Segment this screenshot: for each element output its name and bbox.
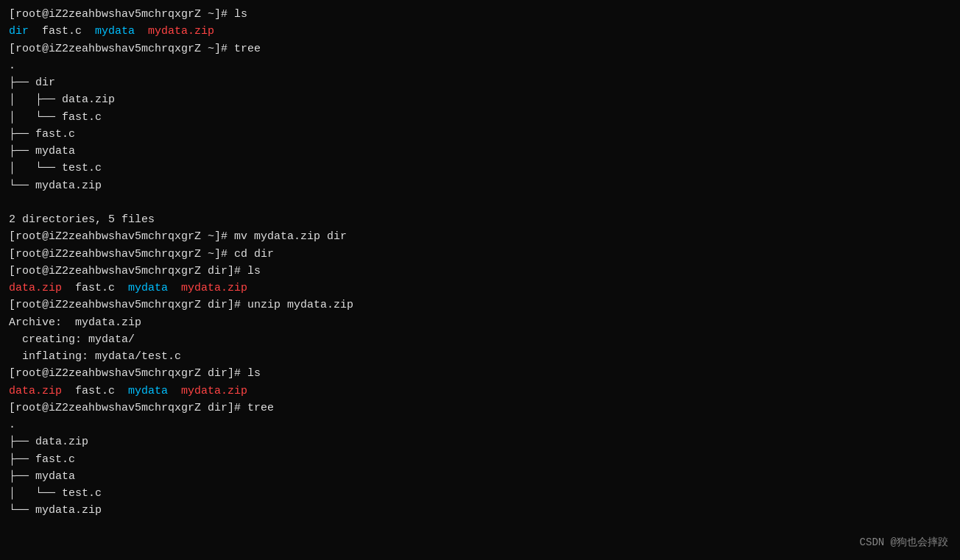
- cmd-ls-dir: [root@iZ2zeahbwshav5mchrqxgrZ dir]# ls: [9, 263, 951, 280]
- tree-line-mydatazip1: └── mydata.zip: [9, 177, 951, 194]
- tree-root-2: .: [9, 417, 951, 433]
- tree-line-dir: ├── dir: [9, 74, 951, 91]
- tree-line-testc1: │ └── test.c: [9, 160, 951, 177]
- ls-output-2: data.zip fast.c mydata mydata.zip: [9, 280, 951, 297]
- tree-line-datazip: │ ├── data.zip: [9, 91, 951, 108]
- cmd-line-3: [root@iZ2zeahbwshav5mchrqxgrZ ~]# tree: [9, 40, 951, 57]
- cmd-cd: [root@iZ2zeahbwshav5mchrqxgrZ ~]# cd dir: [9, 246, 951, 263]
- dir-summary-1: 2 directories, 5 files: [9, 211, 951, 228]
- ls-output-1: dir fast.c mydata mydata.zip: [9, 23, 951, 40]
- tree2-line-mydata: ├── mydata: [9, 468, 951, 485]
- cmd-tree-dir: [root@iZ2zeahbwshav5mchrqxgrZ dir]# tree: [9, 400, 951, 417]
- cmd-unzip: [root@iZ2zeahbwshav5mchrqxgrZ dir]# unzi…: [9, 297, 951, 313]
- terminal: [root@iZ2zeahbwshav5mchrqxgrZ ~]# ls dir…: [0, 0, 960, 560]
- unzip-archive: Archive: mydata.zip: [9, 314, 951, 331]
- tree-root-1: .: [9, 57, 951, 74]
- tree2-line-datazip: ├── data.zip: [9, 433, 951, 450]
- unzip-creating: creating: mydata/: [9, 331, 951, 348]
- tree-line-fastc1: │ └── fast.c: [9, 109, 951, 126]
- blank-1: [9, 194, 951, 211]
- tree2-line-mydatazip: └── mydata.zip: [9, 502, 951, 519]
- unzip-inflating: inflating: mydata/test.c: [9, 348, 951, 365]
- ls-output-3: data.zip fast.c mydata mydata.zip: [9, 383, 951, 400]
- tree-line-fastc2: ├── fast.c: [9, 126, 951, 143]
- tree-line-mydata1: ├── mydata: [9, 143, 951, 160]
- watermark: CSDN @狗也会摔跤: [860, 535, 948, 551]
- cmd-ls-after-unzip: [root@iZ2zeahbwshav5mchrqxgrZ dir]# ls: [9, 365, 951, 382]
- tree2-line-testc: │ └── test.c: [9, 485, 951, 502]
- cmd-line-1: [root@iZ2zeahbwshav5mchrqxgrZ ~]# ls: [9, 6, 951, 23]
- tree2-line-fastc: ├── fast.c: [9, 451, 951, 468]
- cmd-mv: [root@iZ2zeahbwshav5mchrqxgrZ ~]# mv myd…: [9, 228, 951, 245]
